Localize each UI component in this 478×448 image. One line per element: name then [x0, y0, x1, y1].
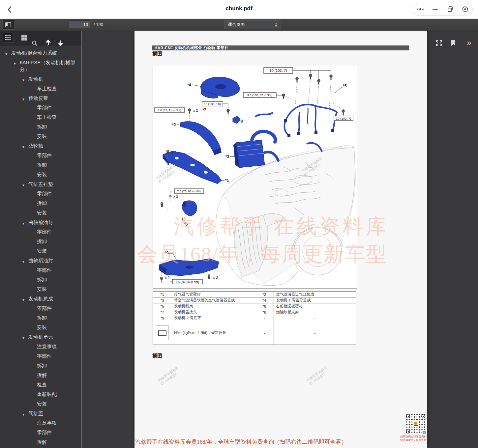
outline-item[interactable]: ▼ 曲轴前油封 — [0, 217, 81, 227]
fullscreen-button[interactable] — [434, 39, 444, 47]
restore-window-button[interactable] — [443, 5, 458, 13]
outline-item[interactable]: ▼ 气缸盖 — [0, 408, 81, 418]
close-target-icon — [462, 6, 468, 13]
outline-item[interactable]: 零部件 — [0, 265, 81, 275]
outline-item[interactable]: 安装 — [0, 170, 81, 179]
caret-down-icon[interactable]: ▼ — [22, 77, 25, 84]
pdf-viewer[interactable]: 6AR-FSE 发动机机械部分 凸轮轴 零部件 插图 汽修帮手资料库ID: 74… — [82, 31, 478, 448]
torque-box-icon — [156, 325, 168, 340]
outline-item-label: 安装 — [37, 286, 47, 292]
outline-item-label: 零部件 — [37, 229, 52, 235]
svg-text:*2: *2 — [172, 123, 176, 127]
zoom-mode-value: 适合页面 — [228, 22, 245, 28]
caret-down-icon[interactable]: ▼ — [22, 296, 25, 303]
outline-item[interactable]: 车上检查 — [0, 112, 81, 122]
outline-item[interactable]: 车上检查 — [0, 84, 81, 93]
caret-down-icon[interactable]: ▼ — [5, 51, 8, 58]
outline-item[interactable]: ▼ 凸轮轴 — [0, 141, 81, 151]
caret-down-icon[interactable]: ▼ — [22, 220, 25, 227]
outline-item[interactable]: 安装 — [0, 208, 81, 217]
outline-item[interactable]: 拆卸 — [0, 361, 81, 370]
outline-item[interactable]: 零部件 — [0, 151, 81, 160]
svg-text:*8: *8 — [239, 119, 243, 124]
outline-item-label: 零部件 — [37, 430, 52, 435]
outline-item[interactable]: 零部件 — [0, 227, 81, 237]
outline-item[interactable]: 拆卸 — [0, 275, 81, 284]
svg-text:13 (133, 10): 13 (133, 10) — [204, 102, 221, 106]
outline-item-label: 发动机单元 — [28, 334, 53, 340]
outline-item-label: 安装 — [37, 401, 47, 406]
svg-text:*7: *7 — [202, 108, 206, 112]
next-page-button[interactable] — [56, 39, 65, 47]
outline-item[interactable]: ▼ 发动机单元 — [0, 332, 81, 342]
close-window-button[interactable] — [458, 5, 472, 13]
caret-down-icon[interactable]: ▼ — [22, 182, 25, 189]
caret-down-icon[interactable]: ▼ — [22, 96, 25, 103]
svg-text:*3: *3 — [225, 154, 229, 159]
thumbnails-view-button[interactable] — [18, 33, 30, 43]
caret-down-icon[interactable]: ▼ — [22, 144, 25, 151]
outline-item[interactable]: 拆卸 — [0, 198, 81, 208]
part-air-inlet-bracket — [180, 122, 222, 155]
outline-item[interactable]: 拆卸 — [0, 122, 81, 131]
outline-item[interactable]: 安装 — [0, 284, 81, 294]
caret-down-icon[interactable]: ▼ — [13, 60, 16, 67]
zoom-out-button[interactable]: − — [198, 39, 207, 47]
more-menu-button[interactable] — [413, 5, 428, 13]
outline-item[interactable]: 零部件 — [0, 351, 81, 361]
minimize-button[interactable] — [428, 5, 442, 13]
outline-item[interactable]: 拆解 — [0, 437, 81, 447]
outline-item[interactable]: 安装 — [0, 322, 81, 332]
outline-item-label: 零部件 — [37, 267, 52, 273]
outline-item[interactable]: ▼ 发动机/混合动力系统 — [0, 48, 81, 58]
caret-down-icon[interactable]: ▼ — [22, 411, 25, 418]
outline-item-label: 零部件 — [37, 305, 52, 311]
zoom-mode-select[interactable]: 适合页面 ▲▼ — [224, 20, 281, 29]
outline-item[interactable]: ▼ 曲轴后油封 — [0, 256, 81, 265]
outline-item[interactable]: 零部件 — [0, 189, 81, 198]
svg-text:x 7: x 7 — [171, 151, 176, 154]
outline-item[interactable]: 重新装配 — [0, 389, 81, 399]
exploded-diagram: 10 (102, 7) 9.8 (100, 87 in.*lbf) 13 (13… — [153, 66, 357, 289]
search-icon — [32, 40, 38, 46]
outline-item[interactable]: 拆卸 — [0, 237, 81, 246]
caret-down-icon[interactable]: ▼ — [22, 335, 25, 342]
caret-down-icon[interactable]: ▼ — [22, 258, 25, 265]
page-number-input[interactable] — [69, 20, 90, 28]
outline-item[interactable]: 零部件 — [0, 303, 81, 313]
qr-caption: 扫码查询全球车型资料仅需168/年，每周更新 — [400, 435, 422, 442]
car-body-sketch — [216, 146, 355, 286]
bookmark-button[interactable] — [449, 39, 458, 47]
outline-item[interactable]: 安装 — [0, 246, 81, 256]
outline-item[interactable]: ▼ 发动机 — [0, 74, 81, 84]
outline-item[interactable]: 零部件 — [0, 428, 81, 437]
outline-item[interactable]: ▼ 气缸盖衬垫 — [0, 179, 81, 189]
zoom-in-button[interactable]: + — [212, 39, 221, 47]
select-arrows-icon: ▲▼ — [275, 22, 278, 27]
outline-item[interactable]: 拆解 — [0, 370, 81, 380]
outline-item[interactable]: 安装 — [0, 399, 81, 408]
arrow-up-icon — [45, 39, 51, 46]
watermark-diagonal: 汽修帮手资料库ID: 7496002 — [306, 365, 330, 386]
outline-item[interactable]: 注意事项 — [0, 418, 81, 428]
outline-view-button[interactable] — [3, 33, 14, 43]
restore-window-icon — [447, 6, 453, 12]
toggle-sidebar-button[interactable] — [3, 20, 14, 29]
outline-item[interactable]: 注意事项 — [0, 342, 81, 351]
outline-item[interactable]: 零部件 — [0, 103, 81, 112]
outline-item[interactable]: ▼ 6AR-FSE（发动机机械部分） — [0, 58, 81, 74]
outline-item[interactable]: ▼ 传动皮带 — [0, 93, 81, 103]
svg-text:*6: *6 — [184, 222, 188, 227]
outline-item[interactable]: 拆卸 — [0, 313, 81, 322]
search-button[interactable] — [30, 39, 39, 47]
svg-text:x 2: x 2 — [165, 276, 170, 280]
outline-item[interactable]: 检查 — [0, 380, 81, 389]
previous-page-button[interactable] — [44, 39, 53, 47]
svg-text:x 2: x 2 — [193, 108, 198, 112]
outline-item-label: 车上检查 — [37, 114, 57, 120]
outline-item[interactable]: 安装 — [0, 131, 81, 141]
outline-item[interactable]: 拆卸 — [0, 160, 81, 170]
more-tools-button[interactable]: » — [463, 38, 475, 48]
fullscreen-icon — [436, 40, 442, 46]
outline-item[interactable]: ▼ 发动机总成 — [0, 294, 81, 303]
